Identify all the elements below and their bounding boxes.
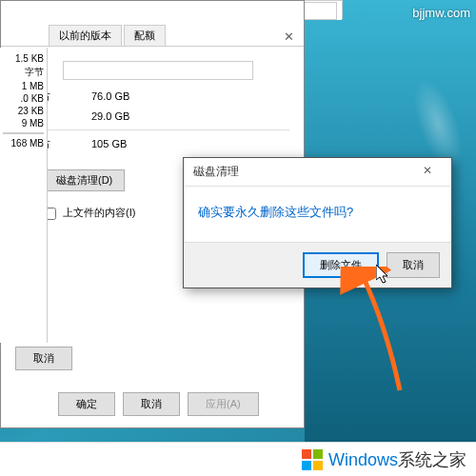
svg-rect-2: [302, 461, 311, 470]
info-value: 76.0 GB: [91, 90, 129, 105]
list-item: 23 KB: [3, 105, 44, 117]
button-row: 取消: [15, 347, 72, 370]
info-row: 29.0 GB: [15, 108, 289, 125]
tab-bar: 以前的版本 配额: [1, 25, 304, 47]
dialog-close-icon[interactable]: ✕: [413, 164, 442, 180]
list-item: 168 MB: [3, 137, 44, 149]
watermark-footer: Windows系统之家: [0, 442, 476, 476]
list-item: .0 KB: [3, 92, 44, 105]
watermark-text: Windows系统之家: [328, 448, 466, 471]
divider: [15, 129, 289, 130]
brand-text: Windows: [328, 450, 398, 469]
suffix-text: 系统之家: [398, 450, 466, 469]
dialog-buttons: 删除文件 取消: [184, 242, 451, 288]
svg-rect-3: [313, 461, 323, 470]
watermark-url: bjjmw.com: [412, 6, 470, 20]
close-icon[interactable]: ✕: [284, 30, 294, 44]
info-value: 105 GB: [91, 138, 127, 152]
dialog-titlebar: 磁盘清理 ✕: [184, 158, 451, 187]
text-input[interactable]: [63, 61, 253, 80]
dialog-title-text: 磁盘清理: [193, 164, 239, 180]
disk-cleanup-button[interactable]: 磁盘清理(D): [44, 169, 125, 191]
left-panel: 1.5 KB 字节 1 MB .0 KB 23 KB 9 MB 168 MB: [0, 48, 48, 343]
divider: [3, 132, 44, 134]
cancel-button-2[interactable]: 取消: [123, 392, 180, 416]
dialog-button-row: 确定 取消 应用(A): [58, 392, 259, 416]
dialog-cancel-button[interactable]: 取消: [387, 252, 440, 278]
delete-files-button[interactable]: 删除文件: [303, 252, 379, 278]
checkbox-label: 上文件的内容(I): [63, 207, 135, 218]
list-item: 9 MB: [3, 117, 44, 129]
tab-quota[interactable]: 配额: [124, 25, 166, 46]
list-item: 1 MB: [3, 80, 44, 92]
confirm-dialog: 磁盘清理 ✕ 确实要永久删除这些文件吗? 删除文件 取消: [183, 157, 452, 288]
list-item: 1.5 KB: [3, 52, 44, 65]
info-row: 38 字节 105 GB: [15, 135, 289, 155]
svg-rect-0: [302, 449, 311, 459]
cancel-button[interactable]: 取消: [15, 347, 72, 370]
dialog-message: 确实要永久删除这些文件吗?: [184, 187, 451, 242]
svg-rect-1: [313, 449, 323, 459]
info-row: 34 字节 76.0 GB: [15, 88, 289, 108]
windows-logo-icon: [302, 449, 323, 470]
list-item: 字节: [3, 65, 44, 80]
apply-button[interactable]: 应用(A): [188, 392, 259, 416]
ok-button[interactable]: 确定: [58, 392, 115, 416]
file-size-list: 1.5 KB 字节 1 MB .0 KB 23 KB 9 MB 168 MB: [0, 48, 47, 154]
info-value: 29.0 GB: [91, 110, 129, 122]
tab-prev-versions[interactable]: 以前的版本: [49, 25, 122, 46]
